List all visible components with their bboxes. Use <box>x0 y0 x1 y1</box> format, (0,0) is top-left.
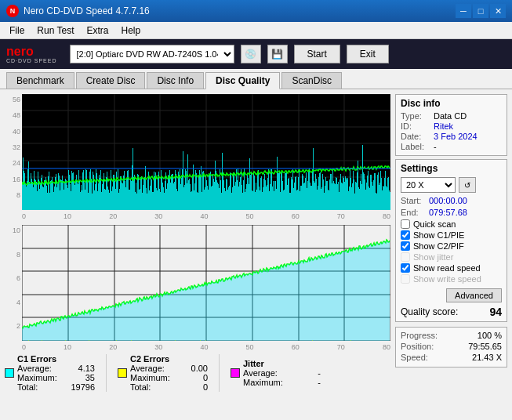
jitter-avg-val: - <box>289 368 321 378</box>
start-key: Start: <box>401 196 426 205</box>
disc-id-key: ID: <box>401 121 430 131</box>
disc-label-key: Label: <box>401 142 430 151</box>
show-c2-checkbox[interactable] <box>401 241 410 251</box>
app-title: Nero CD-DVD Speed 4.7.7.16 <box>24 5 150 16</box>
c2-max-label: Maximum: <box>130 373 173 382</box>
disc-type-val: Data CD <box>434 111 467 121</box>
top-chart-wrapper: 5648403224168 <box>5 94 390 210</box>
jitter-label: Jitter <box>243 359 321 368</box>
c2-color <box>118 368 127 378</box>
quick-scan-row[interactable]: Quick scan <box>401 219 502 229</box>
jitter-color <box>231 368 240 378</box>
minimize-button[interactable]: ─ <box>456 4 471 18</box>
close-button[interactable]: ✕ <box>490 4 506 18</box>
menu-bar: File Run Test Extra Help <box>0 22 512 39</box>
top-y-axis: 5648403224168 <box>5 94 22 210</box>
main-content: 5648403224168 01020304050607080 108642 0… <box>0 89 512 419</box>
top-chart-inner <box>22 94 390 210</box>
c2-group: C2 Errors Average: 0.00 Maximum: 0 Total… <box>130 354 208 392</box>
refresh-btn[interactable]: ↺ <box>459 177 476 193</box>
save-btn[interactable]: 💾 <box>267 45 288 63</box>
end-val: 079:57.68 <box>429 208 467 217</box>
show-c2-row[interactable]: Show C2/PIF <box>401 241 502 251</box>
c2-avg-label: Average: <box>130 364 173 373</box>
bottom-chart-canvas <box>22 225 390 341</box>
speed-row: 20 X Max 1 X 4 X 8 X 16 X 24 X 40 X 48 X… <box>401 177 502 193</box>
progress-panel: Progress: 100 % Position: 79:55.65 Speed… <box>395 327 507 368</box>
c1-max-val: 35 <box>64 373 95 382</box>
menu-file[interactable]: File <box>3 24 31 38</box>
menu-help[interactable]: Help <box>115 24 147 38</box>
start-field-row: Start: 000:00.00 <box>401 196 502 205</box>
stats-bar: C1 Errors Average: 4.13 Maximum: 35 Tota… <box>5 353 390 393</box>
c1-avg-label: Average: <box>17 364 60 373</box>
show-c1-row[interactable]: Show C1/PIE <box>401 230 502 240</box>
c1-group: C1 Errors Average: 4.13 Maximum: 35 Tota… <box>17 354 95 392</box>
menu-extra[interactable]: Extra <box>80 24 114 38</box>
start-button[interactable]: Start <box>294 45 340 63</box>
drive-icon-btn[interactable]: 💿 <box>241 45 261 63</box>
show-c1-label: Show C1/PIE <box>413 230 464 240</box>
divider2 <box>219 354 220 392</box>
show-c2-label: Show C2/PIF <box>413 241 464 251</box>
maximize-button[interactable]: □ <box>473 4 488 18</box>
end-key: End: <box>401 208 426 217</box>
quality-row: Quality score: 94 <box>401 306 502 318</box>
jitter-max-label: Maximum: <box>243 378 286 387</box>
show-write-speed-label: Show write speed <box>413 274 481 284</box>
tab-disc-quality[interactable]: Disc Quality <box>205 72 280 89</box>
disc-date-row: Date: 3 Feb 2024 <box>401 132 502 141</box>
quality-label: Quality score: <box>401 306 458 317</box>
show-write-speed-row[interactable]: Show write speed <box>401 274 502 284</box>
tab-disc-info[interactable]: Disc Info <box>147 72 204 89</box>
disc-label-val: - <box>434 142 437 151</box>
start-val: 000:00.00 <box>429 196 467 205</box>
c1-stats: C1 Errors Average: 4.13 Maximum: 35 Tota… <box>5 354 95 392</box>
quick-scan-label: Quick scan <box>413 219 456 229</box>
disc-id-val: Ritek <box>434 121 453 131</box>
speed-val: 21.43 X <box>472 353 502 362</box>
settings-panel: Settings 20 X Max 1 X 4 X 8 X 16 X 24 X … <box>395 159 507 322</box>
end-field-row: End: 079:57.68 <box>401 208 502 217</box>
disc-info-title: Disc info <box>401 98 502 109</box>
jitter-stats: Jitter Average: - Maximum: - <box>231 354 321 392</box>
tabs: Benchmark Create Disc Disc Info Disc Qua… <box>0 69 512 89</box>
tab-scan-disc[interactable]: ScanDisc <box>281 72 342 89</box>
progress-speed-row: Speed: 21.43 X <box>401 353 502 362</box>
tab-create-disc[interactable]: Create Disc <box>76 72 146 89</box>
drive-select[interactable]: [2:0] Optiarc DVD RW AD-7240S 1.04 <box>70 45 234 63</box>
tab-benchmark[interactable]: Benchmark <box>6 72 74 89</box>
window-controls: ─ □ ✕ <box>456 4 506 18</box>
show-jitter-row[interactable]: Show jitter <box>401 252 502 262</box>
c2-stats: C2 Errors Average: 0.00 Maximum: 0 Total… <box>118 354 208 392</box>
show-c1-checkbox[interactable] <box>401 230 410 240</box>
toolbar: nero CD·DVD SPEED [2:0] Optiarc DVD RW A… <box>0 39 512 69</box>
disc-info-panel: Disc info Type: Data CD ID: Ritek Date: … <box>395 94 507 156</box>
jitter-avg-label: Average: <box>243 368 286 378</box>
c1-total-label: Total: <box>17 382 60 392</box>
speed-select[interactable]: 20 X Max 1 X 4 X 8 X 16 X 24 X 40 X 48 X… <box>401 177 456 193</box>
disc-date-key: Date: <box>401 132 430 141</box>
c1-avg-val: 4.13 <box>64 364 95 373</box>
show-jitter-checkbox[interactable] <box>401 252 410 262</box>
show-write-speed-checkbox[interactable] <box>401 274 410 284</box>
exit-button[interactable]: Exit <box>347 45 389 63</box>
show-read-speed-checkbox[interactable] <box>401 263 410 273</box>
jitter-group: Jitter Average: - Maximum: - <box>243 359 321 387</box>
quality-score-value: 94 <box>489 306 502 318</box>
progress-position-row: Position: 79:55.65 <box>401 342 502 351</box>
progress-progress-row: Progress: 100 % <box>401 331 502 340</box>
bottom-y-axis: 108642 <box>5 225 22 341</box>
disc-type-key: Type: <box>401 111 430 121</box>
c2-total-val: 0 <box>176 382 208 392</box>
show-read-speed-row[interactable]: Show read speed <box>401 263 502 273</box>
position-val: 79:55.65 <box>468 342 502 351</box>
show-jitter-label: Show jitter <box>413 252 453 262</box>
c1-max-label: Maximum: <box>17 373 60 382</box>
advanced-button[interactable]: Advanced <box>446 288 502 302</box>
title-bar: N Nero CD-DVD Speed 4.7.7.16 ─ □ ✕ <box>0 0 512 22</box>
menu-run-test[interactable]: Run Test <box>31 24 80 38</box>
top-chart-canvas <box>22 94 390 210</box>
progress-val: 100 % <box>478 331 502 340</box>
quick-scan-checkbox[interactable] <box>401 219 410 229</box>
